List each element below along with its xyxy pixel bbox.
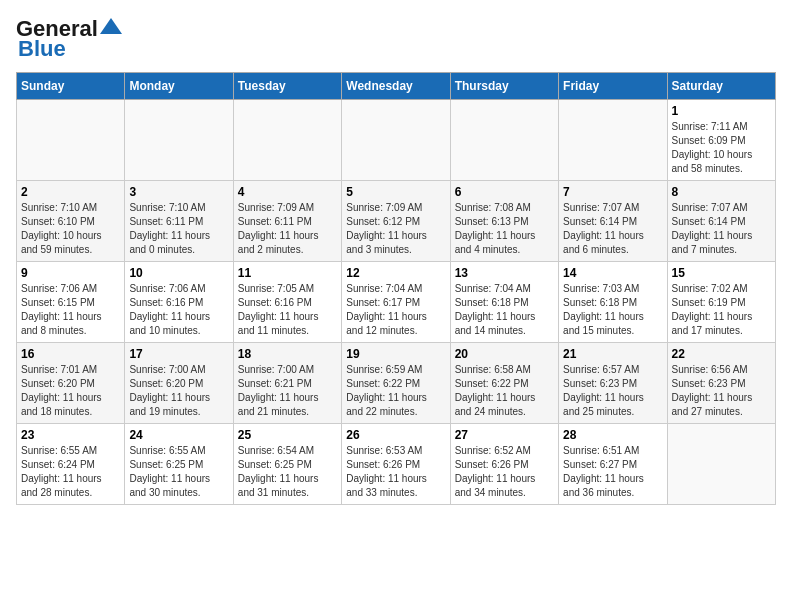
day-number: 19: [346, 347, 445, 361]
day-info: Sunrise: 6:58 AM Sunset: 6:22 PM Dayligh…: [455, 363, 554, 419]
calendar-cell: 1Sunrise: 7:11 AM Sunset: 6:09 PM Daylig…: [667, 100, 775, 181]
svg-marker-0: [100, 18, 122, 34]
day-number: 7: [563, 185, 662, 199]
day-info: Sunrise: 6:55 AM Sunset: 6:25 PM Dayligh…: [129, 444, 228, 500]
day-number: 24: [129, 428, 228, 442]
calendar-cell: 26Sunrise: 6:53 AM Sunset: 6:26 PM Dayli…: [342, 424, 450, 505]
calendar-cell: [559, 100, 667, 181]
calendar-cell: 25Sunrise: 6:54 AM Sunset: 6:25 PM Dayli…: [233, 424, 341, 505]
day-number: 23: [21, 428, 120, 442]
day-number: 27: [455, 428, 554, 442]
calendar-cell: 16Sunrise: 7:01 AM Sunset: 6:20 PM Dayli…: [17, 343, 125, 424]
day-info: Sunrise: 6:57 AM Sunset: 6:23 PM Dayligh…: [563, 363, 662, 419]
calendar-cell: 27Sunrise: 6:52 AM Sunset: 6:26 PM Dayli…: [450, 424, 558, 505]
calendar-cell: 12Sunrise: 7:04 AM Sunset: 6:17 PM Dayli…: [342, 262, 450, 343]
calendar-week-row: 23Sunrise: 6:55 AM Sunset: 6:24 PM Dayli…: [17, 424, 776, 505]
calendar-cell: 10Sunrise: 7:06 AM Sunset: 6:16 PM Dayli…: [125, 262, 233, 343]
day-number: 1: [672, 104, 771, 118]
day-info: Sunrise: 6:59 AM Sunset: 6:22 PM Dayligh…: [346, 363, 445, 419]
calendar-cell: 22Sunrise: 6:56 AM Sunset: 6:23 PM Dayli…: [667, 343, 775, 424]
day-info: Sunrise: 7:03 AM Sunset: 6:18 PM Dayligh…: [563, 282, 662, 338]
calendar-cell: [17, 100, 125, 181]
calendar-cell: 5Sunrise: 7:09 AM Sunset: 6:12 PM Daylig…: [342, 181, 450, 262]
day-number: 22: [672, 347, 771, 361]
day-of-week-header: Thursday: [450, 73, 558, 100]
day-info: Sunrise: 7:04 AM Sunset: 6:17 PM Dayligh…: [346, 282, 445, 338]
calendar-cell: 15Sunrise: 7:02 AM Sunset: 6:19 PM Dayli…: [667, 262, 775, 343]
day-info: Sunrise: 6:52 AM Sunset: 6:26 PM Dayligh…: [455, 444, 554, 500]
day-info: Sunrise: 7:08 AM Sunset: 6:13 PM Dayligh…: [455, 201, 554, 257]
calendar-week-row: 1Sunrise: 7:11 AM Sunset: 6:09 PM Daylig…: [17, 100, 776, 181]
day-info: Sunrise: 7:07 AM Sunset: 6:14 PM Dayligh…: [563, 201, 662, 257]
calendar-cell: 20Sunrise: 6:58 AM Sunset: 6:22 PM Dayli…: [450, 343, 558, 424]
calendar-cell: [125, 100, 233, 181]
day-number: 11: [238, 266, 337, 280]
day-number: 18: [238, 347, 337, 361]
calendar-cell: [667, 424, 775, 505]
day-number: 4: [238, 185, 337, 199]
day-info: Sunrise: 6:55 AM Sunset: 6:24 PM Dayligh…: [21, 444, 120, 500]
logo-blue-text: Blue: [18, 36, 66, 62]
day-number: 10: [129, 266, 228, 280]
calendar-table: SundayMondayTuesdayWednesdayThursdayFrid…: [16, 72, 776, 505]
day-of-week-header: Sunday: [17, 73, 125, 100]
calendar-week-row: 2Sunrise: 7:10 AM Sunset: 6:10 PM Daylig…: [17, 181, 776, 262]
day-number: 20: [455, 347, 554, 361]
day-number: 2: [21, 185, 120, 199]
day-of-week-header: Friday: [559, 73, 667, 100]
day-info: Sunrise: 7:09 AM Sunset: 6:11 PM Dayligh…: [238, 201, 337, 257]
calendar-cell: 17Sunrise: 7:00 AM Sunset: 6:20 PM Dayli…: [125, 343, 233, 424]
day-info: Sunrise: 7:10 AM Sunset: 6:11 PM Dayligh…: [129, 201, 228, 257]
calendar-cell: 11Sunrise: 7:05 AM Sunset: 6:16 PM Dayli…: [233, 262, 341, 343]
day-info: Sunrise: 6:51 AM Sunset: 6:27 PM Dayligh…: [563, 444, 662, 500]
day-info: Sunrise: 7:09 AM Sunset: 6:12 PM Dayligh…: [346, 201, 445, 257]
calendar-cell: 3Sunrise: 7:10 AM Sunset: 6:11 PM Daylig…: [125, 181, 233, 262]
day-info: Sunrise: 7:05 AM Sunset: 6:16 PM Dayligh…: [238, 282, 337, 338]
calendar-cell: 9Sunrise: 7:06 AM Sunset: 6:15 PM Daylig…: [17, 262, 125, 343]
day-number: 21: [563, 347, 662, 361]
day-info: Sunrise: 7:06 AM Sunset: 6:15 PM Dayligh…: [21, 282, 120, 338]
day-number: 6: [455, 185, 554, 199]
day-number: 28: [563, 428, 662, 442]
calendar-cell: 21Sunrise: 6:57 AM Sunset: 6:23 PM Dayli…: [559, 343, 667, 424]
day-number: 8: [672, 185, 771, 199]
logo: General Blue: [16, 16, 122, 62]
day-info: Sunrise: 7:02 AM Sunset: 6:19 PM Dayligh…: [672, 282, 771, 338]
calendar-cell: 24Sunrise: 6:55 AM Sunset: 6:25 PM Dayli…: [125, 424, 233, 505]
day-info: Sunrise: 7:07 AM Sunset: 6:14 PM Dayligh…: [672, 201, 771, 257]
day-info: Sunrise: 7:00 AM Sunset: 6:21 PM Dayligh…: [238, 363, 337, 419]
calendar-cell: 19Sunrise: 6:59 AM Sunset: 6:22 PM Dayli…: [342, 343, 450, 424]
day-info: Sunrise: 7:00 AM Sunset: 6:20 PM Dayligh…: [129, 363, 228, 419]
calendar-cell: 23Sunrise: 6:55 AM Sunset: 6:24 PM Dayli…: [17, 424, 125, 505]
calendar-cell: 14Sunrise: 7:03 AM Sunset: 6:18 PM Dayli…: [559, 262, 667, 343]
day-of-week-header: Wednesday: [342, 73, 450, 100]
calendar-cell: 7Sunrise: 7:07 AM Sunset: 6:14 PM Daylig…: [559, 181, 667, 262]
day-number: 25: [238, 428, 337, 442]
calendar-cell: 6Sunrise: 7:08 AM Sunset: 6:13 PM Daylig…: [450, 181, 558, 262]
logo-icon: [100, 18, 122, 34]
day-number: 12: [346, 266, 445, 280]
calendar-cell: [342, 100, 450, 181]
day-info: Sunrise: 7:10 AM Sunset: 6:10 PM Dayligh…: [21, 201, 120, 257]
calendar-cell: 8Sunrise: 7:07 AM Sunset: 6:14 PM Daylig…: [667, 181, 775, 262]
page-header: General Blue: [16, 16, 776, 62]
day-number: 14: [563, 266, 662, 280]
day-of-week-header: Tuesday: [233, 73, 341, 100]
calendar-cell: 28Sunrise: 6:51 AM Sunset: 6:27 PM Dayli…: [559, 424, 667, 505]
day-info: Sunrise: 6:56 AM Sunset: 6:23 PM Dayligh…: [672, 363, 771, 419]
day-info: Sunrise: 7:11 AM Sunset: 6:09 PM Dayligh…: [672, 120, 771, 176]
day-number: 17: [129, 347, 228, 361]
day-info: Sunrise: 6:53 AM Sunset: 6:26 PM Dayligh…: [346, 444, 445, 500]
calendar-cell: [233, 100, 341, 181]
day-number: 3: [129, 185, 228, 199]
day-number: 9: [21, 266, 120, 280]
day-info: Sunrise: 7:01 AM Sunset: 6:20 PM Dayligh…: [21, 363, 120, 419]
calendar-week-row: 9Sunrise: 7:06 AM Sunset: 6:15 PM Daylig…: [17, 262, 776, 343]
day-number: 26: [346, 428, 445, 442]
day-number: 5: [346, 185, 445, 199]
calendar-cell: [450, 100, 558, 181]
calendar-cell: 4Sunrise: 7:09 AM Sunset: 6:11 PM Daylig…: [233, 181, 341, 262]
day-number: 13: [455, 266, 554, 280]
calendar-header-row: SundayMondayTuesdayWednesdayThursdayFrid…: [17, 73, 776, 100]
day-number: 16: [21, 347, 120, 361]
